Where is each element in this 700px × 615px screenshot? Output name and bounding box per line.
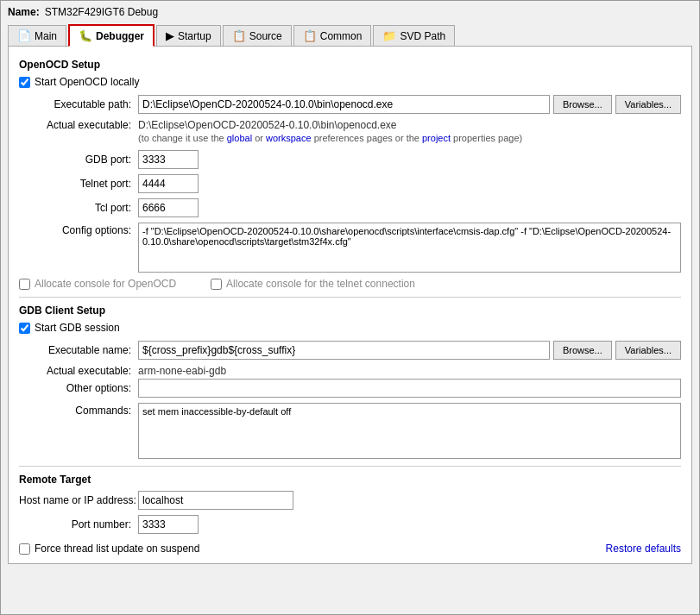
tab-startup[interactable]: ▶ Startup [156, 25, 221, 46]
other-options-input[interactable] [138, 379, 681, 398]
hint-text: (to change it use the [138, 133, 227, 143]
openocd-section-title: OpenOCD Setup [19, 59, 681, 71]
common-tab-icon: 📋 [303, 29, 317, 42]
gdb-actual-value: arm-none-eabi-gdb [138, 365, 226, 377]
executable-path-input[interactable] [138, 95, 550, 114]
executable-name-label: Executable name: [19, 344, 131, 356]
telnet-port-label: Telnet port: [19, 178, 131, 190]
config-options-textarea[interactable]: -f "D:\Eclipse\OpenOCD-20200524-0.10.0\s… [138, 223, 681, 273]
hint-preferences: preferences pages or the [312, 133, 422, 143]
port-number-input[interactable] [138, 515, 199, 534]
actual-executable-row: Actual executable: D:\Eclipse\OpenOCD-20… [19, 119, 681, 131]
executable-path-label: Executable path: [19, 98, 131, 110]
gdb-section-title: GDB Client Setup [19, 304, 681, 317]
svd-tab-icon: 📁 [382, 29, 396, 42]
gdb-port-row: GDB port: [19, 150, 681, 169]
hint-row: (to change it use the global or workspac… [138, 133, 681, 143]
tab-svd-label: SVD Path [400, 30, 445, 42]
commands-textarea[interactable]: set mem inaccessible-by-default off [138, 403, 681, 459]
executable-name-browse-btn[interactable]: Browse... [553, 341, 612, 360]
name-row: Name: STM32F429IGT6 Debug [8, 6, 692, 18]
allocate-telnet-label: Allocate console for the telnet connecti… [226, 278, 415, 290]
tab-common-label: Common [320, 30, 363, 42]
allocate-telnet-item: Allocate console for the telnet connecti… [211, 278, 415, 290]
other-options-label: Other options: [19, 382, 131, 394]
port-number-row: Port number: [19, 515, 681, 534]
host-label: Host name or IP address: [19, 494, 131, 506]
startup-tab-icon: ▶ [166, 29, 174, 42]
tab-source[interactable]: 📋 Source [223, 25, 292, 46]
tab-svd-path[interactable]: 📁 SVD Path [373, 25, 455, 46]
allocate-console-item: Allocate console for OpenOCD [19, 278, 176, 290]
tcl-port-label: Tcl port: [19, 202, 131, 214]
tab-content: OpenOCD Setup Start OpenOCD locally Exec… [8, 47, 692, 564]
tab-source-label: Source [249, 30, 282, 42]
name-value: STM32F429IGT6 Debug [45, 6, 158, 18]
executable-name-row: Executable name: Browse... Variables... [19, 341, 681, 360]
actual-executable-label: Actual executable: [19, 119, 131, 131]
hint-global-link[interactable]: global [227, 133, 252, 143]
tab-startup-label: Startup [178, 30, 211, 42]
start-session-label: Start GDB session [35, 322, 120, 334]
actual-executable-value: D:\Eclipse\OpenOCD-20200524-0.10.0\bin\o… [138, 119, 397, 131]
main-dialog: Name: STM32F429IGT6 Debug 📄 Main 🐛 Debug… [0, 0, 700, 615]
start-locally-label: Start OpenOCD locally [35, 76, 139, 88]
host-input[interactable] [138, 491, 293, 510]
hint-properties: properties page) [451, 133, 522, 143]
start-session-checkbox[interactable] [19, 323, 30, 334]
gdb-actual-label: Actual executable: [19, 365, 131, 377]
tab-common[interactable]: 📋 Common [293, 25, 372, 46]
source-tab-icon: 📋 [232, 29, 246, 42]
start-locally-checkbox[interactable] [19, 77, 30, 88]
telnet-port-input[interactable] [138, 174, 199, 193]
gdb-actual-executable-row: Actual executable: arm-none-eabi-gdb [19, 365, 681, 377]
gdb-port-label: GDB port: [19, 154, 131, 166]
executable-name-variables-btn[interactable]: Variables... [615, 341, 681, 360]
force-thread-label: Force thread list update on suspend [35, 543, 199, 555]
tab-main[interactable]: 📄 Main [8, 25, 66, 46]
remote-target-section: Remote Target Host name or IP address: P… [19, 474, 681, 534]
remote-target-title: Remote Target [19, 474, 681, 486]
section-divider-1 [19, 297, 681, 298]
allocate-row: Allocate console for OpenOCD Allocate co… [19, 278, 681, 290]
restore-defaults-link[interactable]: Restore defaults [606, 543, 681, 555]
config-options-label: Config options: [19, 223, 131, 236]
debugger-tab-icon: 🐛 [79, 29, 92, 42]
port-number-label: Port number: [19, 518, 131, 530]
tab-bar: 📄 Main 🐛 Debugger ▶ Startup 📋 Source 📋 C… [8, 23, 692, 47]
tab-main-label: Main [35, 30, 57, 42]
telnet-port-row: Telnet port: [19, 174, 681, 193]
commands-label: Commands: [19, 403, 131, 417]
allocate-telnet-checkbox[interactable] [211, 279, 222, 290]
section-divider-2 [19, 466, 681, 467]
gdb-port-input[interactable] [138, 150, 199, 169]
tab-debugger-label: Debugger [96, 30, 144, 42]
tcl-port-row: Tcl port: [19, 198, 681, 217]
force-thread-checkbox[interactable] [19, 543, 30, 555]
executable-path-browse-btn[interactable]: Browse... [553, 95, 612, 114]
commands-row: Commands: set mem inaccessible-by-defaul… [19, 403, 681, 459]
executable-path-variables-btn[interactable]: Variables... [615, 95, 681, 114]
executable-name-input[interactable] [138, 341, 550, 360]
main-tab-icon: 📄 [17, 29, 31, 42]
tcl-port-input[interactable] [138, 198, 199, 217]
tab-debugger[interactable]: 🐛 Debugger [68, 24, 155, 47]
host-row: Host name or IP address: [19, 491, 681, 510]
executable-path-row: Executable path: Browse... Variables... [19, 95, 681, 114]
hint-project-link[interactable]: project [422, 133, 451, 143]
hint-or: or [252, 133, 266, 143]
config-options-row: Config options: -f "D:\Eclipse\OpenOCD-2… [19, 223, 681, 273]
start-locally-row: Start OpenOCD locally [19, 76, 681, 88]
hint-workspace-link[interactable]: workspace [266, 133, 312, 143]
bottom-row: Force thread list update on suspend Rest… [19, 543, 681, 555]
allocate-console-label: Allocate console for OpenOCD [35, 278, 176, 290]
name-label: Name: [8, 6, 40, 18]
allocate-console-checkbox[interactable] [19, 279, 30, 290]
other-options-row: Other options: [19, 379, 681, 398]
start-session-row: Start GDB session [19, 322, 681, 334]
